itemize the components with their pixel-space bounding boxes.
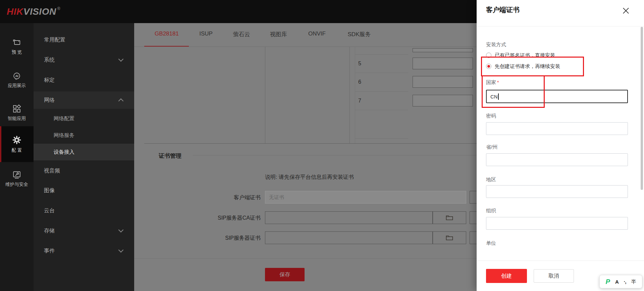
- sip-ca-cert-browse-button[interactable]: [433, 211, 466, 224]
- tabbar-border: [134, 47, 477, 47]
- rail-item-preview[interactable]: 预 览: [0, 38, 34, 55]
- region-input[interactable]: [486, 185, 628, 198]
- tab-gb28181[interactable]: GB28181: [155, 30, 179, 37]
- table-cell-input[interactable]: [413, 48, 473, 52]
- menu-item-label: 常用配置: [44, 37, 65, 44]
- rail-item-label: 智能应用: [8, 116, 26, 122]
- scrollbar-thumb[interactable]: [641, 27, 643, 190]
- tab-isup[interactable]: ISUP: [199, 30, 213, 37]
- preview-camera-icon: [12, 38, 21, 47]
- rail-item-label: 维护与安全: [5, 181, 28, 188]
- menu-item-label: 网络: [44, 97, 55, 104]
- logo-trademark-icon: ®: [57, 6, 60, 11]
- province-input[interactable]: [486, 153, 628, 166]
- save-button[interactable]: 保存: [265, 268, 305, 281]
- table-bottom-border: [144, 143, 477, 144]
- ime-halfwidth-icon[interactable]: 半: [631, 279, 636, 285]
- table-divider-vertical: [355, 47, 355, 143]
- radio-create-cert-request[interactable]: 先创建证书请求，再继续安装: [486, 63, 560, 70]
- rail-item-label: 配 置: [12, 147, 22, 153]
- menu-item-system[interactable]: 系统: [34, 52, 134, 68]
- menu-item-label: 事件: [44, 247, 55, 254]
- ime-latin-mode-icon[interactable]: A: [615, 279, 619, 285]
- cert-section-rule: [193, 155, 477, 155]
- country-label-text: 国家: [486, 79, 496, 85]
- content-footer-divider: [134, 258, 477, 259]
- organization-input[interactable]: [486, 217, 628, 230]
- table-row-separator: [355, 110, 408, 110]
- menu-item-label: 系统: [44, 57, 55, 64]
- menu-item-event[interactable]: 事件: [34, 243, 134, 259]
- sip-ca-cert-action-button[interactable]: [470, 211, 477, 224]
- client-cert-drawer: 客户端证书 安装方式 已有已签名证书，直接安装 先创建证书请求，再继续安装 国家…: [477, 0, 644, 291]
- radio-install-signed-cert[interactable]: 已有已签名证书，直接安装: [486, 52, 555, 59]
- tab-video-library[interactable]: 视图库: [270, 30, 287, 38]
- sip-ca-cert-input[interactable]: [265, 211, 433, 224]
- menu-item-label: 网络服务: [54, 132, 74, 139]
- sip-cert-browse-button[interactable]: [433, 231, 466, 244]
- nav-rail: 预 览 AI 应用展示 智能应用: [0, 23, 34, 291]
- country-label: 国家*: [486, 79, 499, 86]
- rail-item-maintenance[interactable]: 维护与安全: [0, 170, 34, 188]
- maintenance-icon: [12, 170, 21, 179]
- folder-icon: [445, 234, 453, 241]
- table-cell-input[interactable]: [413, 76, 473, 88]
- rail-item-label: 应用展示: [8, 83, 26, 89]
- menu-item-label: 存储: [44, 227, 55, 234]
- menu-item-label: 云台: [44, 207, 55, 214]
- chevron-down-icon: [118, 57, 124, 62]
- password-input[interactable]: [486, 122, 628, 135]
- region-label: 地区: [486, 176, 496, 183]
- menu-item-network-service[interactable]: 网络服务: [34, 128, 134, 143]
- rail-item-config[interactable]: 配 置: [0, 126, 34, 162]
- create-button[interactable]: 创建: [486, 269, 527, 283]
- ime-punctuation-icon[interactable]: ·,: [624, 279, 626, 284]
- chevron-down-icon: [118, 227, 124, 233]
- menu-item-label: 视音频: [44, 167, 60, 174]
- svg-text:AI: AI: [15, 74, 18, 78]
- logo-hik: HIK: [7, 6, 23, 17]
- required-asterisk: *: [497, 80, 499, 85]
- sip-cert-label: SIP服务器证书: [184, 235, 261, 242]
- menu-item-label: 设备接入: [54, 149, 74, 156]
- menu-item-label: 标定: [44, 77, 55, 84]
- radio-off-icon: [486, 53, 491, 58]
- rail-item-smart-apps[interactable]: 智能应用: [0, 104, 34, 122]
- menu-item-video-audio[interactable]: 视音频: [34, 163, 134, 179]
- table-row-index: 5: [358, 61, 361, 67]
- country-input[interactable]: CN: [486, 90, 628, 103]
- logo-vision: VISION: [23, 6, 56, 17]
- tab-sdk-service[interactable]: SDK服务: [348, 30, 371, 38]
- ime-pinyin-icon[interactable]: P: [606, 278, 610, 286]
- organization-label: 组织: [486, 208, 496, 214]
- menu-item-network[interactable]: 网络: [34, 91, 134, 109]
- menu-item-calibration[interactable]: 标定: [34, 72, 134, 88]
- table-cell-input[interactable]: [413, 58, 473, 69]
- unit-label: 单位: [486, 240, 496, 246]
- table-row-separator: [355, 138, 408, 139]
- menu-item-device-access[interactable]: 设备接入: [34, 144, 134, 160]
- hikvision-logo: HIK VISION ®: [7, 0, 60, 23]
- main-content-dimmed: GB28181 ISUP 萤石云 视图库 ONVIF SDK服务 5 6 7 证…: [134, 23, 477, 291]
- table-cell-input[interactable]: [413, 95, 473, 106]
- tab-ezviz[interactable]: 萤石云: [233, 30, 250, 38]
- sip-cert-input[interactable]: [265, 231, 433, 244]
- drawer-footer-divider: [477, 261, 644, 261]
- cancel-button[interactable]: 取消: [534, 269, 574, 283]
- menu-item-network-config[interactable]: 网络配置: [34, 111, 134, 126]
- sip-cert-action-button[interactable]: [470, 231, 477, 244]
- country-value: CN: [490, 94, 498, 99]
- menu-item-ptz[interactable]: 云台: [34, 203, 134, 219]
- password-label: 密码: [486, 113, 496, 119]
- menu-item-image[interactable]: 图像: [34, 183, 134, 199]
- sip-ca-cert-label: SIP服务器CA证书: [184, 215, 261, 222]
- close-icon[interactable]: [622, 6, 630, 15]
- ime-status-bar[interactable]: P A ·, 半: [599, 275, 642, 288]
- ai-display-icon: AI: [12, 71, 21, 81]
- tab-onvif[interactable]: ONVIF: [308, 30, 326, 37]
- menu-item-common-config[interactable]: 常用配置: [34, 32, 134, 48]
- menu-item-storage[interactable]: 存储: [34, 223, 134, 239]
- rail-item-app-display[interactable]: AI 应用展示: [0, 71, 34, 89]
- client-cert-action-button[interactable]: [470, 191, 477, 204]
- table-row-index: 6: [358, 79, 361, 85]
